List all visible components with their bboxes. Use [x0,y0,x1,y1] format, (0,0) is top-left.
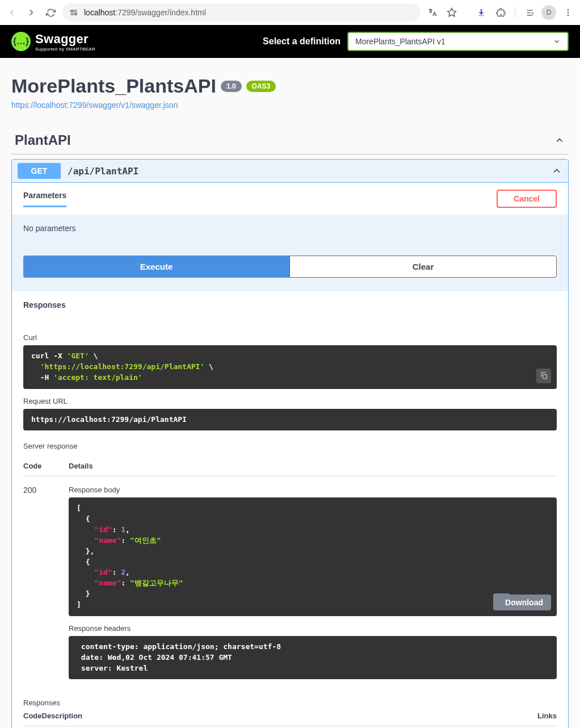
swagger-logo: {…} Swagger Supported by SMARTBEAR [11,32,95,52]
swagger-json-link[interactable]: https://localhost:7299/swagger/v1/swagge… [11,101,569,110]
chevron-up-icon [554,135,565,146]
http-method-badge: GET [18,163,61,179]
swagger-logo-icon: {…} [11,32,31,51]
swagger-brand-text: Swagger [35,32,95,47]
title-block: MorePlants_PlantsAPI 1.0 OAS3 https://lo… [11,75,569,110]
svg-rect-13 [543,375,547,379]
status-code: 200 [23,486,69,679]
download-indicator-icon[interactable] [474,5,489,20]
definition-select-label: Select a definition [263,36,341,47]
copy-icon[interactable] [536,369,551,383]
links-column-head: Links [537,712,557,720]
documented-responses: Responses Code Description Links 200 Suc… [12,698,568,728]
request-url-block: https://localhost:7299/api/PlantAPI [23,409,557,431]
bookmark-star-icon[interactable] [444,5,459,20]
api-title: MorePlants_PlantsAPI [11,75,216,97]
curl-label: Curl [23,333,557,342]
profile-avatar[interactable]: D [541,5,556,20]
request-url-label: Request URL [23,397,557,405]
url-text: localhost:7299/swagger/index.html [84,8,206,17]
clear-button[interactable]: Clear [289,256,557,278]
tag-name: PlantAPI [15,132,71,148]
responses-label: Responses [23,698,557,707]
parameters-body: No parameters Execute Clear [12,215,568,291]
response-body-label: Response body [69,486,557,494]
tag-header[interactable]: PlantAPI [11,127,569,154]
oas-badge: OAS3 [246,81,276,92]
extensions-icon[interactable] [493,5,508,20]
reload-icon[interactable] [43,5,58,20]
menu-dots-icon[interactable] [561,5,575,20]
definition-select[interactable]: MorePlants_PlantsAPI v1 [347,32,569,51]
no-parameters-text: No parameters [23,224,557,233]
svg-point-11 [568,12,569,14]
server-response-label: Server response [23,442,557,450]
svg-marker-6 [448,9,456,16]
url-bar[interactable]: localhost:7299/swagger/index.html [62,3,421,22]
endpoint-path: /api/PlantAPI [68,166,138,177]
response-row: 200 Response body [ { "id": 1, "name": "… [23,476,557,679]
code-column-head: Code [23,462,69,470]
cancel-button[interactable]: Cancel [497,190,557,208]
response-table-header: Code Details [23,462,557,476]
swagger-header: {…} Swagger Supported by SMARTBEAR Selec… [0,25,580,58]
side-panel-icon[interactable] [522,5,537,20]
page-content: MorePlants_PlantsAPI 1.0 OAS3 https://lo… [0,58,580,728]
live-response-section: Curl curl -X 'GET' \ 'https://localhost:… [12,319,568,691]
svg-rect-0 [71,10,73,12]
forward-icon[interactable] [24,5,39,20]
responses-title: Responses [12,291,568,319]
operation-summary[interactable]: GET /api/PlantAPI [12,160,568,183]
response-body-block: [ { "id": 1, "name": "여인초" }, { "id": 2,… [69,497,557,616]
svg-point-10 [568,9,569,11]
chevron-up-icon [551,165,562,177]
details-column-head: Details [69,462,93,470]
operation-block: GET /api/PlantAPI Parameters Cancel No p… [11,159,569,728]
parameters-header: Parameters Cancel [12,183,568,215]
translate-icon[interactable] [425,5,440,20]
response-headers-label: Response headers [69,624,557,633]
code-column-head: Code [23,712,42,720]
back-icon[interactable] [5,5,19,20]
execute-button[interactable]: Execute [23,256,289,278]
site-settings-icon [69,8,78,17]
svg-point-12 [568,14,569,16]
definition-select-value: MorePlants_PlantsAPI v1 [355,37,445,46]
version-badge: 1.0 [221,81,242,92]
description-column-head: Description [42,712,83,720]
svg-rect-1 [74,13,77,15]
parameters-title: Parameters [23,191,66,207]
chevron-down-icon [553,37,561,45]
download-button[interactable]: Download [497,595,551,610]
browser-toolbar: localhost:7299/swagger/index.html D [0,0,580,25]
swagger-byline: Supported by SMARTBEAR [35,47,95,52]
response-headers-block: content-type: application/json; charset=… [69,636,557,680]
curl-code-block: curl -X 'GET' \ 'https://localhost:7299/… [23,345,557,389]
separator [515,7,515,18]
